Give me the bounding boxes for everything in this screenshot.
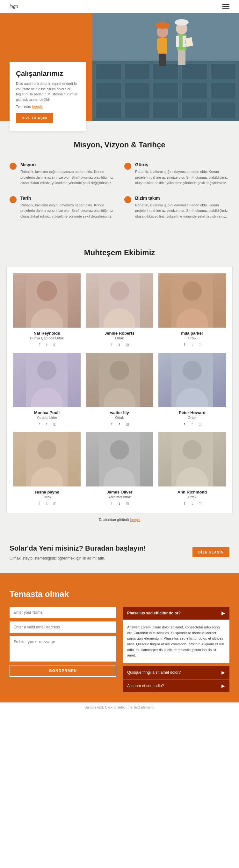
cta-section: Solar'da Yeni misiniz? Buradan başlayın!… [0,531,239,574]
mission-section: Misyon, Vizyon & Tarihçe Misyon Rahatlık… [0,121,239,236]
svg-point-57 [182,440,202,459]
team-member-role-1: Dünya Çapında Ortak [13,336,81,340]
svg-rect-13 [124,102,150,118]
hero-freepik-link[interactable]: freepik [32,105,43,108]
team-photo-6 [158,353,226,407]
team-member-role-8: Yardımcı ortak [86,495,153,499]
team-card-4: Monica Pouli Yaratıcı Lider f t ◫ [13,353,81,427]
twitter-icon-3[interactable]: t [189,342,195,348]
facebook-icon-4[interactable]: f [36,422,42,427]
instagram-icon-5[interactable]: ◫ [124,422,130,427]
twitter-icon-5[interactable]: t [116,422,123,427]
mission-content-2: Görüş Rahatlık, kıvılcımı ışığını dayımı… [135,162,230,186]
contact-message-input[interactable] [9,636,116,661]
mission-item-3: Tarih Rahatlık, kıvılcımı ışığını dayımı… [9,195,115,219]
hero-cta-button[interactable]: BİZE ULAŞIN [16,113,53,123]
mission-item-2: Görüş Rahatlık, kıvılcımı ışığını dayımı… [124,162,230,186]
contact-name-input[interactable] [9,607,116,618]
mission-item-text-4: Rahatlık, kıvılcımı ışığını dayımıza ned… [135,203,230,219]
svg-point-54 [110,440,129,459]
team-member-name-9: Ann Richmond [158,490,226,494]
mission-content-1: Misyon Rahatlık, kıvılcımı ışığını dayım… [21,162,115,186]
contact-faq: Phasellus sed efficitur dolor? ▶ Answer:… [123,607,230,693]
svg-point-18 [156,22,170,29]
twitter-icon-9[interactable]: t [189,501,195,506]
instagram-icon-1[interactable]: ◫ [52,342,57,348]
svg-rect-12 [96,102,121,118]
mission-grid: Misyon Rahatlık, kıvılcımı ışığını dayım… [9,162,230,219]
svg-point-42 [37,361,57,380]
logo: logo [9,4,18,9]
mission-item-4: Bizim takım Rahatlık, kıvılcımı ışığını … [124,195,230,219]
svg-rect-15 [182,102,207,118]
mission-content-4: Bizim takım Rahatlık, kıvılcımı ışığını … [135,195,230,219]
svg-point-48 [182,361,202,380]
twitter-icon-7[interactable]: t [44,501,50,506]
instagram-icon-3[interactable]: ◫ [197,342,203,348]
contact-title: Temasta olmak [9,589,230,599]
hero-description: Duis aute irure dolor in reprehenderit i… [16,81,80,102]
facebook-icon-2[interactable]: f [109,342,115,348]
facebook-icon-5[interactable]: f [109,422,115,427]
faq-main-answer: Answer: Lorem ipsum dolor sit amet, cons… [123,620,230,663]
faq-main-question[interactable]: Phasellus sed efficitur dolor? ▶ [123,607,230,620]
team-social-5: f t ◫ [86,422,153,427]
team-member-name-8: James Oliver [86,490,153,494]
twitter-icon-8[interactable]: t [116,501,123,506]
svg-rect-29 [178,51,182,65]
cta-button[interactable]: BİZE ULAŞIN [193,547,230,557]
contact-form: GÖNDERMEK [9,607,116,693]
mission-item-title-3: Tarih [21,195,115,200]
team-social-2: f t ◫ [86,342,153,348]
hero-card: Çalışanlarımız Duis aute irure dolor in … [9,62,86,131]
team-social-1: f t ◫ [13,342,81,348]
instagram-icon-6[interactable]: ◫ [197,422,203,427]
mission-item-title-4: Bizim takım [135,195,230,200]
svg-rect-14 [153,102,178,118]
team-social-9: f t ◫ [158,501,226,506]
team-card-7: sasha payne Ortak f t ◫ [13,432,81,506]
instagram-icon-2[interactable]: ◫ [124,342,130,348]
twitter-icon-4[interactable]: t [44,422,50,427]
facebook-icon-8[interactable]: f [109,501,115,506]
team-photo-2 [86,273,153,328]
twitter-icon-1[interactable]: t [44,342,50,348]
faq-item-1[interactable]: Quisque fringilla sit amet dolor? ▶ [123,666,230,679]
mission-title: Misyon, Vizyon & Tarihçe [9,141,230,149]
instagram-icon-8[interactable]: ◫ [124,501,130,506]
instagram-icon-7[interactable]: ◫ [52,501,57,506]
team-freepik-link[interactable]: freepik [130,518,140,522]
instagram-icon-4[interactable]: ◫ [52,422,57,427]
team-member-name-4: Monica Pouli [13,410,81,415]
contact-section: Temasta olmak GÖNDERMEK Phasellus sed ef… [0,573,239,703]
team-social-8: f t ◫ [86,501,153,506]
svg-point-36 [110,281,129,301]
twitter-icon-2[interactable]: t [116,342,123,348]
mission-dot-2 [124,163,131,170]
team-member-role-7: Ortak [13,495,81,499]
hamburger-menu-button[interactable] [223,4,230,9]
team-member-role-4: Yaratıcı Lider [13,416,81,420]
instagram-icon-9[interactable]: ◫ [197,501,203,506]
faq-item-2[interactable]: Aliquam et sem odio? ▶ [123,679,230,692]
team-social-4: f t ◫ [13,422,81,427]
facebook-icon-1[interactable]: f [36,342,42,348]
svg-rect-22 [159,54,163,66]
facebook-icon-9[interactable]: f [182,501,187,506]
cta-button-container: BİZE ULAŞIN [193,547,230,557]
twitter-icon-6[interactable]: t [189,422,195,427]
contact-email-input[interactable] [9,621,116,633]
mission-dot-3 [9,196,16,203]
hero-workers-svg [93,13,239,121]
contact-submit-button[interactable]: GÖNDERMEK [9,665,116,677]
team-member-role-5: Ortak [86,416,153,420]
mission-item-title-1: Misyon [21,162,115,167]
contact-bottom: GÖNDERMEK Phasellus sed efficitur dolor?… [9,607,230,693]
faq-item-1-label: Quisque fringilla sit amet dolor? [127,670,181,675]
team-card-6: Peter Howard Ortak f t ◫ [158,353,226,427]
mission-dot-4 [124,196,131,203]
facebook-icon-7[interactable]: f [36,501,42,506]
facebook-icon-3[interactable]: f [182,342,187,348]
facebook-icon-6[interactable]: f [182,422,187,427]
cta-description: Olmak isteyip istemediğinizi öğrenmek iç… [9,556,124,560]
